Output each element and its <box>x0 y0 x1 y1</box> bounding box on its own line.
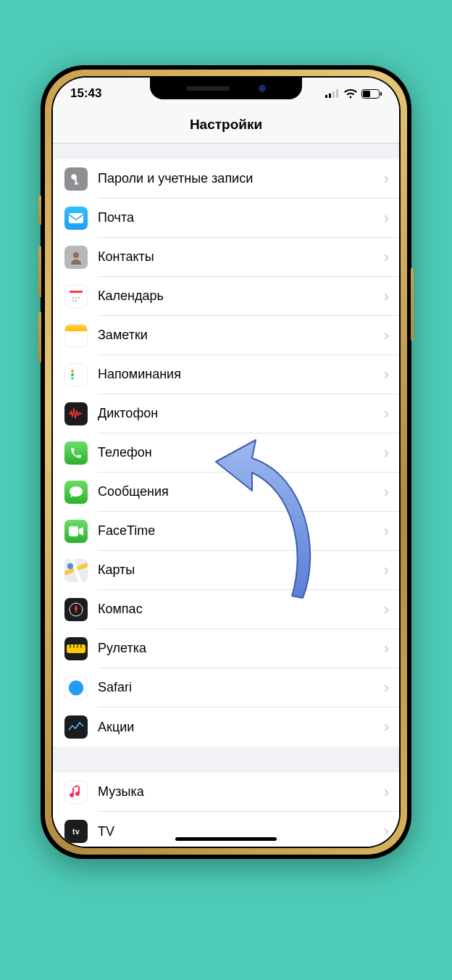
row-phone[interactable]: Телефон › <box>53 433 399 473</box>
row-maps[interactable]: Карты › <box>53 551 399 590</box>
power-button <box>411 268 414 341</box>
contacts-icon <box>64 246 88 269</box>
svg-rect-10 <box>69 213 83 223</box>
svg-rect-3 <box>336 89 338 98</box>
svg-point-16 <box>72 300 74 302</box>
chevron-right-icon: › <box>384 678 389 697</box>
row-voicememos[interactable]: Диктофон › <box>53 394 399 433</box>
svg-rect-0 <box>325 95 327 98</box>
settings-header: Настройки <box>53 109 399 144</box>
chevron-right-icon: › <box>384 600 389 619</box>
settings-group-apps: Пароли и учетные записи › Почта › <box>53 159 399 747</box>
chevron-right-icon: › <box>384 404 389 423</box>
row-label: Рулетка <box>98 641 384 656</box>
status-time: 15:43 <box>70 86 101 101</box>
row-facetime[interactable]: FaceTime › <box>53 512 399 551</box>
wifi-icon <box>344 89 357 99</box>
messages-icon <box>64 481 88 504</box>
calendar-icon <box>64 285 88 308</box>
svg-point-15 <box>78 297 80 299</box>
row-measure[interactable]: Рулетка › <box>53 629 399 668</box>
settings-group-media: Музыка › tv TV › <box>53 773 399 847</box>
row-label: Пароли и учетные записи <box>98 171 384 186</box>
chevron-right-icon: › <box>384 209 389 228</box>
chevron-right-icon: › <box>384 248 389 267</box>
row-label: Заметки <box>98 328 384 343</box>
row-label: Напоминания <box>98 367 384 382</box>
svg-point-20 <box>71 377 74 380</box>
row-label: FaceTime <box>98 523 384 539</box>
row-label: Компас <box>98 602 384 617</box>
phone-icon <box>64 441 88 465</box>
volume-down-button <box>38 312 41 362</box>
chevron-right-icon: › <box>384 718 389 736</box>
page-title: Настройки <box>53 117 399 133</box>
row-stocks[interactable]: Акции › <box>53 707 399 747</box>
music-icon <box>64 781 88 804</box>
compass-icon <box>64 598 88 621</box>
row-label: Календарь <box>98 288 384 304</box>
chevron-right-icon: › <box>384 287 389 306</box>
measure-icon <box>64 637 88 660</box>
chevron-right-icon: › <box>384 444 389 462</box>
svg-point-14 <box>75 297 77 299</box>
row-label: Диктофон <box>98 406 384 421</box>
chevron-right-icon: › <box>384 170 389 188</box>
svg-rect-12 <box>70 291 83 293</box>
chevron-right-icon: › <box>384 326 389 345</box>
phone-frame: 15:43 <box>41 65 411 859</box>
svg-rect-9 <box>75 183 79 184</box>
battery-icon <box>361 89 382 99</box>
row-notes[interactable]: Заметки › <box>53 316 399 355</box>
section-gap <box>53 747 399 773</box>
chevron-right-icon: › <box>384 639 389 658</box>
safari-icon <box>64 676 88 699</box>
volume-up-button <box>38 246 41 297</box>
chevron-right-icon: › <box>384 822 389 841</box>
mute-switch <box>38 196 41 225</box>
row-label: Телефон <box>98 445 384 460</box>
row-reminders[interactable]: Напоминания › <box>53 355 399 394</box>
row-messages[interactable]: Сообщения › <box>53 473 399 512</box>
cellular-icon <box>325 89 340 98</box>
row-label: Сообщения <box>98 484 384 499</box>
row-label: Музыка <box>98 784 384 800</box>
chevron-right-icon: › <box>384 483 389 502</box>
row-label: Safari <box>98 680 384 695</box>
home-indicator[interactable] <box>175 837 277 841</box>
svg-rect-6 <box>380 92 382 96</box>
notes-icon <box>64 324 88 347</box>
key-icon <box>64 167 88 191</box>
tv-icon: tv <box>64 820 88 843</box>
row-label: Акции <box>98 720 384 735</box>
svg-point-23 <box>67 563 73 569</box>
svg-rect-1 <box>329 94 331 98</box>
row-label: Карты <box>98 562 384 578</box>
svg-rect-25 <box>67 644 85 653</box>
chevron-right-icon: › <box>384 522 389 541</box>
stocks-icon <box>64 715 88 739</box>
mail-icon <box>64 207 88 230</box>
maps-icon <box>64 559 88 582</box>
row-music[interactable]: Музыка › <box>53 773 399 812</box>
row-calendar[interactable]: Календарь › <box>53 277 399 316</box>
row-label: Почта <box>98 210 384 225</box>
svg-rect-2 <box>332 91 335 98</box>
svg-point-19 <box>71 373 74 376</box>
svg-point-17 <box>75 300 77 302</box>
svg-point-11 <box>73 252 79 258</box>
chevron-right-icon: › <box>384 561 389 580</box>
notch <box>150 78 302 99</box>
row-mail[interactable]: Почта › <box>53 199 399 238</box>
reminders-icon <box>64 363 88 386</box>
row-compass[interactable]: Компас › <box>53 590 399 629</box>
section-gap <box>53 144 399 159</box>
voicememo-icon <box>64 402 88 425</box>
svg-point-18 <box>71 370 74 373</box>
row-contacts[interactable]: Контакты › <box>53 238 399 277</box>
row-safari[interactable]: Safari › <box>53 668 399 707</box>
row-passwords[interactable]: Пароли и учетные записи › <box>53 159 399 199</box>
row-tv[interactable]: tv TV › <box>53 812 399 847</box>
svg-point-13 <box>72 297 74 299</box>
facetime-icon <box>64 520 88 543</box>
